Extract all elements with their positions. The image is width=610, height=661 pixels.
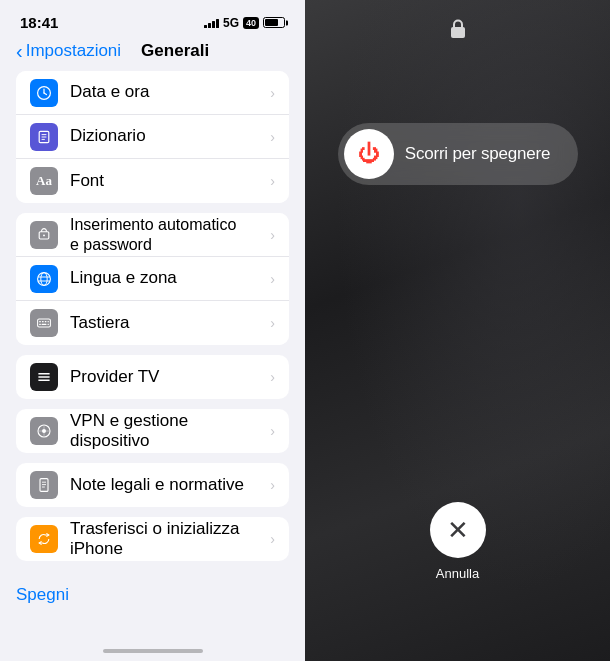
dizionario-chevron: ›	[270, 129, 275, 145]
svg-point-8	[43, 234, 45, 236]
lingua-icon	[30, 265, 58, 293]
provider-tv-label: Provider TV	[70, 367, 264, 387]
lingua-label: Lingua e zona	[70, 268, 264, 288]
home-indicator	[0, 643, 305, 661]
back-label: Impostazioni	[26, 41, 121, 61]
svg-rect-20	[48, 324, 49, 325]
svg-rect-14	[39, 321, 41, 322]
home-bar	[103, 649, 203, 653]
svg-line-2	[44, 93, 46, 95]
group-6: Trasferisci o inizializza iPhone ›	[16, 517, 289, 561]
inserimento-chevron: ›	[270, 227, 275, 243]
data-ora-label: Data e ora	[70, 82, 264, 102]
settings-panel: 18:41 5G 40 ‹ Impostazioni Generali	[0, 0, 305, 661]
status-icons: 5G 40	[204, 16, 285, 30]
5g-label: 5G	[223, 16, 239, 30]
row-vpn[interactable]: VPN e gestione dispositivo ›	[16, 409, 289, 453]
trasferisci-label: Trasferisci o inizializza iPhone	[70, 519, 264, 560]
cancel-label: Annulla	[436, 566, 479, 581]
dizionario-label: Dizionario	[70, 126, 264, 146]
row-data-ora[interactable]: Data e ora ›	[16, 71, 289, 115]
inserimento-icon	[30, 221, 58, 249]
trasferisci-icon	[30, 525, 58, 553]
battery-percent: 40	[243, 17, 259, 29]
note-legali-label: Note legali e normative	[70, 475, 264, 495]
signal-icon	[204, 18, 219, 28]
row-font[interactable]: Aa Font ›	[16, 159, 289, 203]
svg-rect-15	[42, 321, 44, 322]
power-icon: ⏻	[358, 141, 380, 167]
svg-rect-17	[48, 321, 49, 322]
back-button[interactable]: ‹ Impostazioni	[16, 41, 121, 61]
group-3: Provider TV ›	[16, 355, 289, 399]
spegni-label: Spegni	[16, 585, 69, 605]
page-title: Generali	[141, 41, 209, 61]
status-time: 18:41	[20, 14, 58, 31]
lingua-chevron: ›	[270, 271, 275, 287]
nav-bar: ‹ Impostazioni Generali	[0, 37, 305, 71]
row-provider-tv[interactable]: Provider TV ›	[16, 355, 289, 399]
power-slider-label: Scorri per spegnere	[394, 144, 572, 164]
group-1: Data e ora › Dizionario › Aa Font	[16, 71, 289, 203]
row-lingua[interactable]: Lingua e zona ›	[16, 257, 289, 301]
cancel-button[interactable]: ✕	[430, 502, 486, 558]
provider-tv-chevron: ›	[270, 369, 275, 385]
svg-rect-16	[45, 321, 47, 322]
tastiera-chevron: ›	[270, 315, 275, 331]
note-legali-chevron: ›	[270, 477, 275, 493]
power-slider[interactable]: ⏻ Scorri per spegnere	[338, 123, 578, 185]
svg-point-9	[38, 272, 51, 285]
status-bar: 18:41 5G 40	[0, 0, 305, 37]
svg-point-22	[42, 429, 46, 433]
svg-rect-27	[451, 27, 465, 38]
back-chevron-icon: ‹	[16, 41, 23, 61]
vpn-label: VPN e gestione dispositivo	[70, 411, 264, 452]
lock-icon	[449, 18, 467, 43]
row-trasferisci[interactable]: Trasferisci o inizializza iPhone ›	[16, 517, 289, 561]
inserimento-label: Inserimento automaticoe password	[70, 215, 264, 253]
row-tastiera[interactable]: Tastiera ›	[16, 301, 289, 345]
data-ora-icon	[30, 79, 58, 107]
cancel-area: ✕ Annulla	[430, 502, 486, 581]
trasferisci-chevron: ›	[270, 531, 275, 547]
row-note-legali[interactable]: Note legali e normative ›	[16, 463, 289, 507]
row-inserimento[interactable]: Inserimento automaticoe password ›	[16, 213, 289, 257]
data-ora-chevron: ›	[270, 85, 275, 101]
svg-rect-18	[39, 324, 41, 325]
spegni-row[interactable]: Spegni	[0, 571, 305, 619]
cancel-x-icon: ✕	[447, 517, 469, 543]
power-screen: ⏻ Scorri per spegnere ✕ Annulla	[305, 0, 610, 661]
dizionario-icon	[30, 123, 58, 151]
group-2: Inserimento automaticoe password › Lingu…	[16, 213, 289, 345]
tastiera-label: Tastiera	[70, 313, 264, 333]
font-label: Font	[70, 171, 264, 191]
font-icon: Aa	[30, 167, 58, 195]
provider-tv-icon	[30, 363, 58, 391]
vpn-icon	[30, 417, 58, 445]
power-slider-handle: ⏻	[344, 129, 394, 179]
note-legali-icon	[30, 471, 58, 499]
font-chevron: ›	[270, 173, 275, 189]
svg-point-10	[41, 272, 47, 285]
group-4: VPN e gestione dispositivo ›	[16, 409, 289, 453]
group-5: Note legali e normative ›	[16, 463, 289, 507]
tastiera-icon	[30, 309, 58, 337]
svg-rect-13	[38, 319, 51, 327]
settings-list: Data e ora › Dizionario › Aa Font	[0, 71, 305, 643]
row-dizionario[interactable]: Dizionario ›	[16, 115, 289, 159]
battery-icon	[263, 17, 285, 28]
svg-rect-19	[42, 324, 47, 325]
vpn-chevron: ›	[270, 423, 275, 439]
